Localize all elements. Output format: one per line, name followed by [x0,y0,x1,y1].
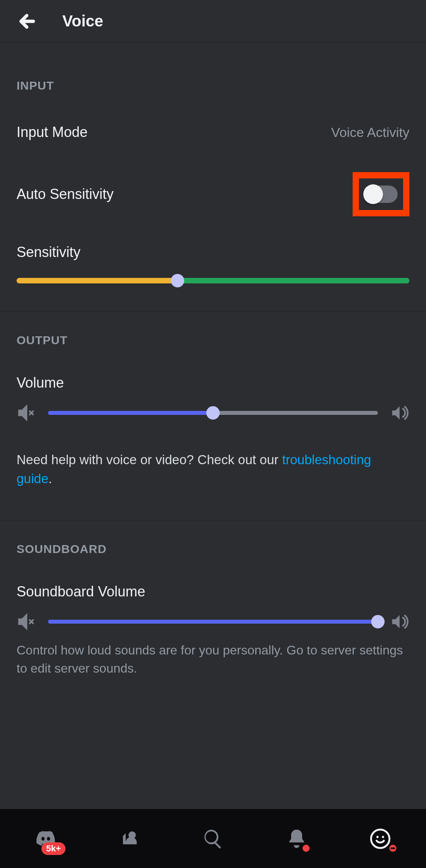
volume-fill [48,411,213,415]
input-mode-row[interactable]: Input Mode Voice Activity [0,108,426,156]
input-mode-label: Input Mode [17,124,88,141]
nav-servers[interactable]: 5k+ [24,817,67,861]
sensitivity-slider[interactable] [17,278,409,283]
svg-point-2 [382,836,384,838]
bottom-nav: 5k+ [0,809,426,868]
header: Voice [0,0,426,43]
output-volume-block: Volume [0,363,426,427]
servers-badge: 5k+ [41,842,65,855]
sensitivity-block: Sensitivity [0,232,426,287]
section-header-output: OUTPUT [0,311,426,363]
sensitivity-track-below [17,278,178,283]
toggle-knob [363,184,383,204]
section-output: OUTPUT Volume Need help with voice or vi… [0,311,426,520]
help-text: Need help with voice or video? Check out… [0,427,426,496]
svg-point-1 [376,836,379,838]
notification-dot [301,843,311,853]
nav-notifications[interactable] [275,817,318,861]
dnd-status-icon [388,843,398,853]
section-header-input: INPUT [0,43,426,108]
search-icon [202,828,224,850]
auto-sensitivity-row: Auto Sensitivity [0,156,426,232]
auto-sensitivity-label: Auto Sensitivity [17,186,114,202]
volume-mute-icon [17,403,36,423]
output-volume-label: Volume [17,375,409,391]
volume-mute-icon [17,612,36,632]
volume-high-icon [390,403,409,423]
svg-point-0 [371,829,390,848]
highlight-annotation [353,172,409,216]
nav-search[interactable] [191,817,235,861]
help-suffix: . [49,471,52,486]
output-volume-slider[interactable] [48,411,378,415]
settings-body: INPUT Input Mode Voice Activity Auto Sen… [0,43,426,809]
section-input: INPUT Input Mode Voice Activity Auto Sen… [0,43,426,311]
volume-thumb[interactable] [371,615,385,628]
friends-icon [118,828,140,850]
soundboard-description: Control how loud sounds are for you pers… [0,636,426,678]
volume-high-icon [390,612,409,632]
nav-profile[interactable] [359,817,402,861]
soundboard-volume-label: Soundboard Volume [17,583,409,600]
soundboard-volume-block: Soundboard Volume [0,572,426,636]
sensitivity-track-above [178,278,409,283]
auto-sensitivity-toggle[interactable] [364,186,398,203]
arrow-left-icon [18,11,37,31]
soundboard-volume-slider[interactable] [48,620,378,624]
section-soundboard: SOUNDBOARD Soundboard Volume Control how… [0,520,426,701]
page-title: Voice [62,12,103,30]
sensitivity-thumb[interactable] [171,274,184,287]
section-header-soundboard: SOUNDBOARD [0,520,426,572]
nav-friends[interactable] [108,817,151,861]
help-prefix: Need help with voice or video? Check out… [17,452,282,467]
back-button[interactable] [12,6,43,37]
sensitivity-label: Sensitivity [17,244,409,261]
input-mode-value: Voice Activity [331,125,409,140]
volume-thumb[interactable] [206,406,220,420]
volume-fill [48,620,378,624]
